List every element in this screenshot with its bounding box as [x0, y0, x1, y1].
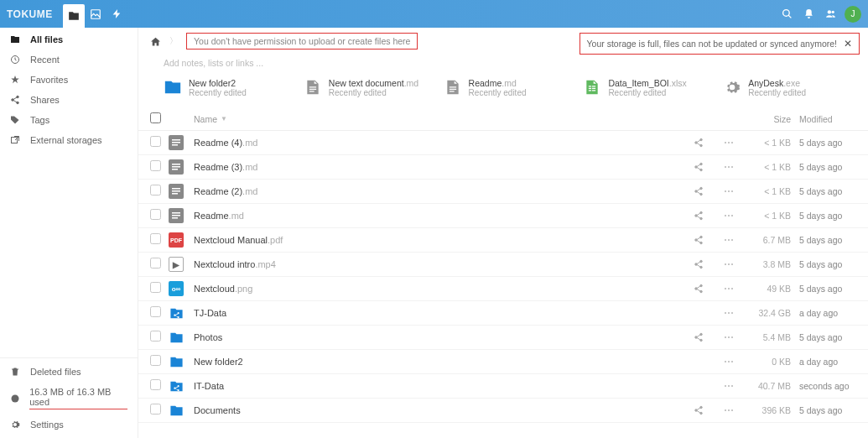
file-size: 0 KB — [772, 357, 791, 367]
gallery-app-icon[interactable] — [85, 3, 107, 25]
more-icon[interactable]: ⋯ — [724, 356, 734, 368]
image-icon: o∞ — [169, 281, 184, 296]
sidebar-item-tags[interactable]: Tags — [0, 110, 138, 130]
table-row[interactable]: Photos⋯5.4 MB5 days ago — [138, 326, 868, 350]
doc-icon — [444, 78, 462, 96]
row-checkbox[interactable] — [150, 233, 161, 244]
row-checkbox[interactable] — [150, 379, 161, 390]
select-all-checkbox[interactable] — [150, 112, 161, 123]
share-icon[interactable] — [694, 405, 717, 415]
more-icon[interactable]: ⋯ — [724, 234, 734, 246]
sidebar-item-recent[interactable]: Recent — [0, 50, 138, 70]
more-icon[interactable]: ⋯ — [724, 185, 734, 197]
recent-name: Data_Item_BOI.xlsx — [608, 78, 686, 88]
table-row[interactable]: Documents⋯396 KB5 days ago — [138, 399, 868, 423]
recent-item[interactable]: New folder2Recently edited — [164, 78, 283, 97]
avatar[interactable]: J — [845, 6, 861, 23]
recent-name: New folder2 — [189, 78, 247, 88]
row-checkbox[interactable] — [150, 282, 161, 293]
share-icon[interactable] — [694, 138, 717, 148]
file-name[interactable]: Readme.md — [194, 211, 244, 221]
sidebar-bottom-trash[interactable]: Deleted files — [0, 362, 138, 382]
row-checkbox[interactable] — [150, 136, 161, 147]
sidebar-item-favorites[interactable]: Favorites — [0, 70, 138, 90]
file-name[interactable]: Readme (4).md — [194, 138, 257, 148]
row-checkbox[interactable] — [150, 185, 161, 196]
sidebar-item-shares[interactable]: Shares — [0, 90, 138, 110]
more-icon[interactable]: ⋯ — [724, 283, 734, 295]
row-checkbox[interactable] — [150, 258, 161, 269]
row-checkbox[interactable] — [150, 306, 161, 317]
more-icon[interactable]: ⋯ — [724, 380, 734, 392]
sort-icon[interactable]: ▼ — [221, 115, 227, 123]
more-icon[interactable]: ⋯ — [724, 331, 734, 343]
search-icon[interactable] — [776, 3, 798, 25]
col-name-header[interactable]: Name — [194, 114, 217, 124]
share-icon[interactable] — [694, 162, 717, 172]
file-modified: 5 days ago — [799, 138, 842, 148]
file-name[interactable]: Readme (2).md — [194, 186, 257, 196]
activity-app-icon[interactable] — [107, 3, 128, 25]
file-name[interactable]: IT-Data — [194, 381, 224, 391]
file-name[interactable]: Nextcloud intro.mp4 — [194, 259, 276, 269]
recent-item[interactable]: New text document.mdRecently edited — [304, 78, 424, 97]
table-row[interactable]: Readme.md⋯< 1 KB5 days ago — [138, 204, 868, 228]
table-row[interactable]: o∞Nextcloud.png⋯49 KB5 days ago — [138, 277, 868, 301]
recent-sub: Recently edited — [329, 88, 418, 97]
share-icon[interactable] — [694, 186, 717, 196]
trash-icon — [10, 367, 22, 377]
file-size: 5.4 MB — [763, 332, 791, 342]
more-icon[interactable]: ⋯ — [724, 137, 734, 149]
share-icon[interactable] — [694, 259, 717, 269]
more-icon[interactable]: ⋯ — [724, 307, 734, 319]
recent-item[interactable]: Data_Item_BOI.xlsxRecently edited — [583, 78, 703, 97]
share-icon[interactable] — [694, 235, 717, 245]
row-checkbox[interactable] — [150, 355, 161, 366]
row-checkbox[interactable] — [150, 331, 161, 342]
share-icon[interactable] — [694, 284, 717, 294]
files-app-icon[interactable] — [63, 4, 85, 28]
recent-item[interactable]: AnyDesk.exeRecently edited — [723, 78, 843, 97]
row-checkbox[interactable] — [150, 209, 161, 220]
notes-placeholder[interactable]: Add notes, lists or links ... — [138, 55, 868, 78]
col-size-header[interactable]: Size — [774, 114, 791, 124]
more-icon[interactable]: ⋯ — [724, 161, 734, 173]
table-row[interactable]: TJ-Data⋯32.4 GBa day ago — [138, 301, 868, 326]
table-row[interactable]: Readme (2).md⋯< 1 KB5 days ago — [138, 180, 868, 204]
col-modified-header[interactable]: Modified — [799, 114, 833, 124]
file-name[interactable]: New folder2 — [194, 357, 243, 367]
file-name[interactable]: Readme (3).md — [194, 162, 257, 172]
clock-icon — [10, 55, 22, 65]
sidebar-bottom-gear[interactable]: Settings — [0, 415, 138, 435]
table-row[interactable]: New folder2⋯0 KBa day ago — [138, 350, 868, 374]
share-icon[interactable] — [694, 332, 717, 342]
notifications-icon[interactable] — [798, 3, 819, 25]
table-row[interactable]: Readme (3).md⋯< 1 KB5 days ago — [138, 155, 868, 180]
more-icon[interactable]: ⋯ — [724, 258, 734, 270]
sidebar-item-external-storages[interactable]: External storages — [0, 130, 138, 150]
file-modified: a day ago — [799, 308, 838, 318]
recent-item[interactable]: Readme.mdRecently edited — [444, 78, 564, 97]
file-name[interactable]: Nextcloud.png — [194, 284, 252, 294]
more-icon[interactable]: ⋯ — [724, 404, 734, 416]
file-name[interactable]: TJ-Data — [194, 308, 226, 318]
share-icon[interactable] — [694, 211, 717, 221]
table-row[interactable]: IT-Data⋯40.7 MBseconds ago — [138, 374, 868, 399]
file-name[interactable]: Nextcloud Manual.pdf — [194, 235, 283, 245]
file-name[interactable]: Photos — [194, 332, 222, 342]
home-icon[interactable] — [150, 36, 161, 47]
recent-name: Readme.md — [469, 78, 527, 88]
file-name[interactable]: Documents — [194, 405, 241, 415]
more-icon[interactable]: ⋯ — [724, 210, 734, 222]
file-modified: 5 days ago — [799, 186, 842, 196]
row-checkbox[interactable] — [150, 404, 161, 415]
row-checkbox[interactable] — [150, 160, 161, 171]
close-icon[interactable]: ✕ — [844, 38, 852, 50]
svg-rect-18 — [172, 169, 178, 170]
contacts-icon[interactable] — [819, 3, 841, 25]
table-row[interactable]: ▶Nextcloud intro.mp4⋯3.8 MB5 days ago — [138, 253, 868, 277]
table-row[interactable]: Readme (4).md⋯< 1 KB5 days ago — [138, 131, 868, 155]
table-row[interactable]: PDFNextcloud Manual.pdf⋯6.7 MB5 days ago — [138, 228, 868, 253]
file-modified: 5 days ago — [799, 211, 842, 221]
sidebar-item-all-files[interactable]: All files — [0, 29, 138, 50]
